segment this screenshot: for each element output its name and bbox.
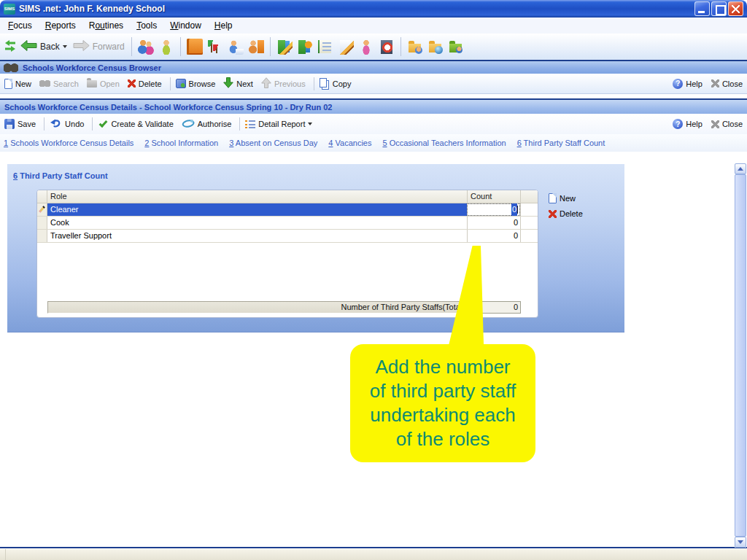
browser-close-button[interactable]: Close [711, 79, 743, 88]
folder-person-icon[interactable] [407, 39, 423, 55]
person-icon[interactable] [158, 39, 174, 55]
vertical-scrollbar[interactable] [735, 163, 746, 548]
back-button[interactable]: Back [18, 39, 70, 55]
person-pink-icon[interactable] [358, 39, 374, 55]
role-cell[interactable]: Cook [47, 217, 467, 229]
add-row-button[interactable]: New [549, 193, 583, 203]
detail-report-button[interactable]: Detail Report [245, 120, 312, 128]
toolbar-separator [180, 37, 181, 56]
ledger-icon[interactable] [317, 39, 333, 55]
scroll-down-icon[interactable] [735, 537, 746, 548]
row-selector[interactable] [37, 217, 47, 229]
row-selector-header [37, 190, 47, 203]
close-icon[interactable] [728, 1, 743, 16]
table-row[interactable]: Cleaner 0 [37, 203, 538, 217]
previous-button[interactable]: Previous [261, 77, 306, 90]
new-button[interactable]: New [4, 79, 31, 89]
toolbar-separator [239, 117, 240, 131]
tab-third-party-staff-count[interactable]: 6 Third Party Staff Count [517, 139, 605, 147]
undo-icon [50, 118, 62, 130]
details-pane-header: Schools Workforce Census Details - Schoo… [0, 100, 747, 114]
toolbar-separator [131, 37, 132, 56]
report-gear-icon[interactable] [297, 39, 313, 55]
tab-absent-on-census-day[interactable]: 3 Absent on Census Day [229, 139, 317, 147]
menu-focus[interactable]: Focus [1, 18, 39, 33]
section-title: 6 Third Party Staff Count [13, 171, 108, 180]
menu-help[interactable]: Help [208, 18, 239, 33]
new-page-icon [549, 193, 557, 203]
page-edit-icon[interactable] [338, 39, 354, 55]
scroll-up-icon[interactable] [735, 163, 746, 174]
delete-row-button[interactable]: Delete [549, 209, 583, 218]
toolbar-separator [270, 37, 271, 56]
restore-icon[interactable] [711, 1, 727, 16]
title-bar: SIMS SIMS .net: John F. Kennedy School [0, 0, 747, 18]
copy-button[interactable]: Copy [320, 78, 352, 90]
filler-cell [520, 203, 538, 216]
browser-help-button[interactable]: Help [673, 79, 703, 89]
forward-arrow-icon [73, 40, 90, 53]
total-row: Number of Third Party Staffs(Total) 0 [47, 301, 521, 314]
count-cell[interactable]: 0 [467, 217, 520, 229]
menu-tools[interactable]: Tools [130, 18, 163, 33]
filler-column-header [520, 190, 538, 203]
open-button[interactable]: Open [87, 79, 120, 88]
book-icon[interactable] [187, 39, 203, 55]
callout-bubble: Add the number of third party staff unde… [350, 344, 535, 462]
person-register-icon[interactable] [248, 39, 264, 55]
toolbar-separator [92, 117, 93, 131]
status-cell [0, 549, 6, 560]
row-selector[interactable] [37, 203, 47, 216]
search-button[interactable]: Search [39, 79, 79, 88]
role-cell[interactable]: Traveller Support [47, 230, 467, 242]
dropdown-caret-icon [63, 45, 67, 48]
count-input[interactable]: 0 [467, 203, 520, 216]
minimize-icon[interactable] [694, 1, 710, 16]
scrollbar-thumb[interactable] [735, 174, 746, 537]
tab-vacancies[interactable]: 4 Vacancies [328, 139, 371, 147]
session-swap-icon[interactable] [3, 39, 18, 54]
folder-globe-icon[interactable] [427, 39, 444, 55]
total-label: Number of Third Party Staffs(Total) [47, 301, 468, 314]
window-controls [693, 1, 743, 16]
folder-export-icon[interactable] [448, 39, 464, 55]
report-pencil-icon[interactable] [276, 39, 293, 55]
table-row[interactable]: Cook 0 [37, 217, 538, 230]
delete-record-button[interactable]: Delete [128, 79, 162, 88]
row-selector[interactable] [37, 230, 47, 242]
status-bar [0, 548, 747, 560]
flags-icon[interactable] [207, 39, 223, 55]
tab-census-details[interactable]: 1 Schools Workforce Census Details [4, 139, 133, 147]
clock-report-icon[interactable] [379, 39, 395, 55]
person-mail-icon[interactable] [228, 39, 244, 55]
menu-window[interactable]: Window [163, 18, 208, 33]
tab-occasional-teachers[interactable]: 5 Occasional Teachers Information [382, 139, 506, 147]
browse-button[interactable]: Browse [176, 79, 216, 88]
save-button[interactable]: Save [4, 119, 36, 129]
sims-logo-icon: SIMS [4, 4, 15, 15]
details-help-button[interactable]: Help [673, 119, 703, 129]
count-cell[interactable]: 0 [467, 230, 520, 242]
details-close-button[interactable]: Close [711, 120, 743, 128]
browser-pane-header: Schools Workforce Census Browser [0, 61, 747, 74]
authorise-button[interactable]: Authorise [182, 119, 231, 130]
detail-report-icon [245, 120, 255, 128]
menu-routines[interactable]: Routines [82, 18, 130, 33]
create-validate-button[interactable]: Create & Validate [98, 120, 173, 128]
table-row[interactable]: Traveller Support 0 [37, 230, 538, 243]
browse-icon [176, 79, 186, 88]
search-binoculars-icon [39, 80, 50, 87]
filler-cell [520, 217, 538, 229]
menu-reports[interactable]: Reports [39, 18, 82, 33]
undo-button[interactable]: Undo [50, 118, 84, 130]
main-toolbar: Back Forward [0, 34, 747, 61]
tab-school-information[interactable]: 2 School Information [144, 139, 218, 147]
role-cell[interactable]: Cleaner [47, 203, 467, 216]
delete-x-icon [128, 79, 136, 88]
back-arrow-icon [20, 40, 37, 53]
forward-button[interactable]: Forward [70, 39, 128, 55]
next-arrow-icon [223, 77, 233, 90]
next-button[interactable]: Next [223, 77, 253, 90]
students-icon[interactable] [138, 39, 154, 55]
count-column-header: Count [467, 190, 520, 203]
